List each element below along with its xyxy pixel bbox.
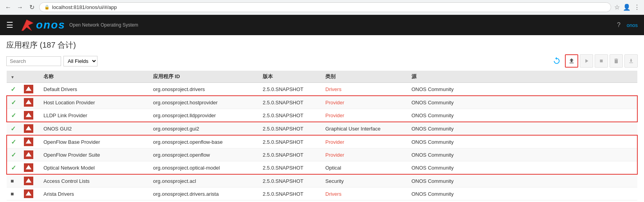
col-header-source[interactable]: 源 <box>408 71 637 83</box>
deactivate-button[interactable] <box>595 54 608 68</box>
col-header-category[interactable]: 类别 <box>321 71 408 83</box>
app-source-cell: ONOS Community <box>408 174 637 188</box>
category-link[interactable]: Provider <box>325 152 344 158</box>
table-row[interactable]: ✓OpenFlow Provider Suiteorg.onosproject.… <box>7 148 637 161</box>
col-header-name[interactable]: 名称 <box>40 71 149 83</box>
app-category-cell[interactable]: Provider <box>321 96 408 109</box>
search-input[interactable] <box>6 56 61 66</box>
download-button[interactable] <box>624 54 638 68</box>
app-id-cell: org.onosproject.gui2 <box>149 122 259 135</box>
page-wrapper: 应用程序 (187 合计) All Fields <box>6 40 638 200</box>
app-name-cell[interactable]: Default Drivers <box>40 83 149 96</box>
onos-header: ☰ onos Open Network Operating System ? o… <box>0 15 644 35</box>
col-header-version[interactable]: 版本 <box>259 71 321 83</box>
app-icon-cell <box>20 109 40 122</box>
app-source-cell: ONOS Community <box>408 122 637 135</box>
table-row[interactable]: ✓OpenFlow Base Providerorg.onosproject.o… <box>7 135 637 148</box>
table-row[interactable]: ✓Host Location Providerorg.onosproject.h… <box>7 96 637 109</box>
status-cell: ■ <box>7 188 20 200</box>
app-category-cell[interactable]: Provider <box>321 109 408 122</box>
app-category-cell[interactable]: Drivers <box>321 83 408 96</box>
status-cell: ✓ <box>7 83 20 96</box>
hamburger-menu[interactable]: ☰ <box>6 20 13 30</box>
category-link[interactable]: Provider <box>325 100 344 105</box>
check-icon: ✓ <box>11 139 16 145</box>
status-cell: ✓ <box>7 148 20 161</box>
status-cell: ■ <box>7 174 20 188</box>
check-icon: ✓ <box>11 164 16 171</box>
menu-icon[interactable]: ⋮ <box>634 4 640 11</box>
page-title: 应用程序 (187 合计) <box>6 40 638 50</box>
status-cell: ✓ <box>7 161 20 175</box>
sort-arrow-icon: ▼ <box>11 75 14 79</box>
star-icon[interactable]: ☆ <box>614 4 620 11</box>
table-row[interactable]: ✓Optical Network Modelorg.onosproject.op… <box>7 161 637 175</box>
col-header-icon <box>20 71 40 83</box>
table-header-row: ▼ 名称 应用程序 ID 版本 类别 <box>7 71 637 83</box>
forward-button[interactable]: → <box>16 3 24 12</box>
category-link[interactable]: Drivers <box>325 191 341 197</box>
table-row[interactable]: ✓Default Driversorg.onosproject.drivers2… <box>7 83 637 96</box>
account-icon[interactable]: 👤 <box>623 4 631 11</box>
help-button[interactable]: ? <box>617 21 621 29</box>
svg-marker-10 <box>26 178 32 182</box>
reload-button[interactable]: ↻ <box>27 3 36 12</box>
refresh-button[interactable] <box>550 54 563 68</box>
app-version-cell: 2.5.0.SNAPSHOT <box>259 122 321 135</box>
app-icon-cell <box>20 174 40 188</box>
status-cell: ✓ <box>7 96 20 109</box>
app-icon-cell <box>20 83 40 96</box>
browser-toolbar: ← → ↻ 🔒 localhost:8181/onos/ui/#/app ☆ 👤… <box>0 0 644 14</box>
app-category-cell[interactable]: Drivers <box>321 188 408 200</box>
app-name-cell[interactable]: LLDP Link Provider <box>40 109 149 122</box>
square-icon: ■ <box>11 178 14 184</box>
back-button[interactable]: ← <box>4 3 13 12</box>
app-name-cell[interactable]: ONOS GUI2 <box>40 122 149 135</box>
app-category-cell[interactable]: Provider <box>321 135 408 148</box>
app-logo-icon <box>24 98 33 107</box>
category-link[interactable]: Provider <box>325 139 344 145</box>
app-category-cell: Security <box>321 174 408 188</box>
field-select[interactable]: All Fields <box>63 56 97 66</box>
app-logo-icon <box>24 85 33 93</box>
delete-button[interactable] <box>610 54 623 68</box>
onos-brand-text: onos <box>36 19 65 31</box>
table-row[interactable]: ■Access Control Listsorg.onosproject.acl… <box>7 174 637 188</box>
app-logo-icon <box>24 177 33 185</box>
app-name-cell[interactable]: Arista Drivers <box>40 188 149 200</box>
check-icon: ✓ <box>11 152 16 158</box>
address-bar[interactable]: 🔒 localhost:8181/onos/ui/#/app <box>39 2 611 12</box>
svg-rect-2 <box>600 60 603 63</box>
col-header-status: ▼ <box>7 71 20 83</box>
app-id-cell: org.onosproject.lldpprovider <box>149 109 259 122</box>
table-row[interactable]: ✓LLDP Link Providerorg.onosproject.lldpp… <box>7 109 637 122</box>
app-version-cell: 2.5.0.SNAPSHOT <box>259 174 321 188</box>
col-header-appid[interactable]: 应用程序 ID <box>149 71 259 83</box>
upload-button[interactable] <box>565 54 578 68</box>
toolbar-right <box>550 54 638 68</box>
app-name-cell[interactable]: Optical Network Model <box>40 161 149 175</box>
table-header: ▼ 名称 应用程序 ID 版本 类别 <box>7 71 637 83</box>
app-name-cell[interactable]: OpenFlow Base Provider <box>40 135 149 148</box>
onos-subtitle-text: Open Network Operating System <box>69 22 138 28</box>
category-link[interactable]: Provider <box>325 113 344 118</box>
activate-button[interactable] <box>580 54 593 68</box>
app-category-cell: Graphical User Interface <box>321 122 408 135</box>
app-id-cell: org.onosproject.hostprovider <box>149 96 259 109</box>
svg-marker-9 <box>26 165 32 169</box>
table-row[interactable]: ✓ONOS GUI2org.onosproject.gui22.5.0.SNAP… <box>7 122 637 135</box>
toolbar: All Fields <box>6 54 638 68</box>
user-label[interactable]: onos <box>627 22 638 28</box>
table-row[interactable]: ■Arista Driversorg.onosproject.drivers.a… <box>7 188 637 200</box>
app-category-cell[interactable]: Provider <box>321 148 408 161</box>
app-source-cell: ONOS Community <box>408 96 637 109</box>
app-name-cell[interactable]: Host Location Provider <box>40 96 149 109</box>
app-logo-icon <box>24 163 33 172</box>
app-version-cell: 2.5.0.SNAPSHOT <box>259 83 321 96</box>
app-name-cell[interactable]: Access Control Lists <box>40 174 149 188</box>
table-body: ✓Default Driversorg.onosproject.drivers2… <box>7 83 637 200</box>
app-icon-cell <box>20 135 40 148</box>
app-name-cell[interactable]: OpenFlow Provider Suite <box>40 148 149 161</box>
svg-marker-0 <box>22 20 33 30</box>
category-link[interactable]: Drivers <box>325 86 341 92</box>
